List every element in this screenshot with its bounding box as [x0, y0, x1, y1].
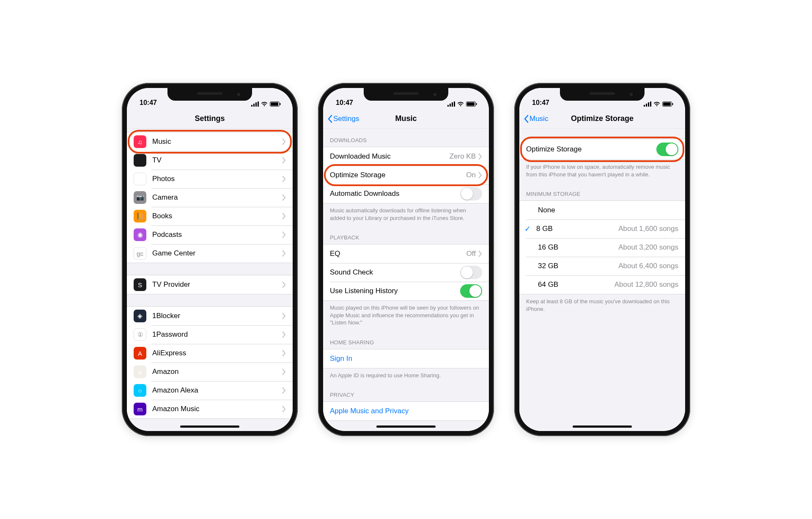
notch: [364, 88, 448, 101]
back-label: Music: [529, 115, 548, 123]
svg-rect-2: [255, 102, 257, 107]
svg-rect-19: [663, 102, 671, 106]
home-indicator[interactable]: [376, 426, 436, 428]
camera-icon: 📷: [134, 191, 146, 204]
settings-row-amazon-music[interactable]: mAmazon Music: [127, 400, 293, 418]
settings-row-label: Amazon: [152, 368, 282, 376]
svg-rect-20: [672, 103, 673, 105]
status-time: 10:47: [140, 99, 157, 107]
aliexpress-icon: A: [134, 347, 146, 360]
svg-rect-14: [644, 105, 645, 107]
toggle-history[interactable]: [460, 284, 482, 298]
svg-rect-9: [452, 102, 453, 107]
back-button[interactable]: Music: [524, 115, 548, 123]
section-header: MINIMUM STORAGE: [519, 182, 685, 200]
signal-icon: [644, 102, 651, 107]
toggle-soundcheck[interactable]: [460, 266, 482, 279]
phone-optimize-storage: 10:47 Music Optimize Storage Optimize St…: [514, 83, 690, 436]
settings-row-label: TV Provider: [152, 280, 282, 289]
svg-rect-3: [258, 102, 259, 107]
option-detail: About 3,200 songs: [618, 243, 678, 252]
row-auto[interactable]: Automatic Downloads: [323, 184, 489, 203]
chevron-right-icon: [282, 231, 286, 238]
settings-row-gamecenter[interactable]: gcGame Center: [127, 244, 293, 263]
section-footer: Music played on this iPhone will be seen…: [323, 301, 489, 331]
amazon-icon: a: [134, 365, 146, 378]
chevron-right-icon: [282, 313, 286, 319]
row-optimize-toggle[interactable]: Optimize Storage: [519, 139, 685, 159]
svg-rect-0: [251, 105, 252, 107]
svg-rect-1: [253, 104, 255, 107]
settings-row-podcasts[interactable]: ◉Podcasts: [127, 225, 293, 244]
row-signin[interactable]: Sign In: [323, 349, 489, 368]
storage-option-3[interactable]: 32 GBAbout 6,400 songs: [519, 257, 685, 275]
settings-row-amazon-alexa[interactable]: ○Amazon Alexa: [127, 381, 293, 400]
chevron-left-icon: [524, 115, 529, 123]
phone-settings: 10:47 Settings ♫MusicTVPhotos📷Camera📙Boo…: [122, 83, 298, 436]
wifi-icon: [261, 102, 268, 107]
svg-rect-8: [450, 104, 451, 107]
chevron-right-icon: [282, 213, 286, 220]
checkmark-icon: ✓: [524, 224, 533, 233]
settings-row-amazon[interactable]: aAmazon: [127, 362, 293, 381]
chevron-right-icon: [478, 250, 482, 257]
home-indicator[interactable]: [573, 426, 632, 428]
settings-row-label: Game Center: [152, 249, 282, 258]
status-time: 10:47: [336, 99, 353, 107]
back-button[interactable]: Settings: [327, 115, 359, 123]
settings-row-1password[interactable]: ①1Password: [127, 325, 293, 344]
settings-row-label: 1Blocker: [152, 312, 282, 320]
wifi-icon: [457, 102, 464, 107]
status-indicators: [447, 102, 477, 107]
settings-row-tv[interactable]: TV: [127, 151, 293, 170]
settings-row-camera[interactable]: 📷Camera: [127, 188, 293, 207]
row-label: EQ: [330, 250, 466, 258]
row-history[interactable]: Use Listening History: [323, 282, 489, 300]
battery-icon: [466, 102, 477, 107]
toggle-auto[interactable]: [460, 187, 482, 200]
storage-option-2[interactable]: 16 GBAbout 3,200 songs: [519, 238, 685, 257]
storage-option-1[interactable]: ✓8 GBAbout 1,600 songs: [519, 220, 685, 238]
settings-row-tvprovider[interactable]: STV Provider: [127, 275, 293, 294]
toggle-optimize-storage[interactable]: [656, 143, 678, 156]
status-indicators: [644, 102, 673, 107]
chevron-right-icon: [282, 194, 286, 201]
row-soundcheck[interactable]: Sound Check: [323, 263, 489, 282]
chevron-right-icon: [282, 387, 286, 394]
row-downloaded[interactable]: Downloaded MusicZero KB: [323, 147, 489, 166]
battery-icon: [662, 102, 673, 107]
row-privacy[interactable]: Apple Music and Privacy: [323, 402, 489, 420]
home-indicator[interactable]: [180, 426, 239, 428]
row-eq[interactable]: EQOff: [323, 244, 489, 263]
amazon-alexa-icon: ○: [134, 384, 146, 397]
music-icon: ♫: [134, 135, 146, 148]
optimize-storage-list[interactable]: Optimize StorageIf your iPhone is low on…: [519, 129, 685, 431]
row-link-label: Apple Music and Privacy: [330, 407, 482, 415]
toggle-footer: If your iPhone is low on space, automati…: [519, 160, 685, 182]
svg-rect-13: [476, 103, 477, 105]
option-detail: About 6,400 songs: [618, 262, 678, 270]
battery-icon: [270, 102, 281, 107]
settings-row-1blocker[interactable]: ◈1Blocker: [127, 307, 293, 325]
settings-row-label: AliExpress: [152, 349, 282, 357]
settings-row-music[interactable]: ♫Music: [127, 132, 293, 151]
storage-option-0[interactable]: None: [519, 201, 685, 220]
row-optimize[interactable]: Optimize StorageOn: [323, 166, 489, 184]
settings-row-label: 1Password: [152, 330, 282, 339]
wifi-icon: [653, 102, 660, 107]
svg-rect-6: [280, 103, 281, 105]
photos-icon: [134, 173, 146, 185]
books-icon: 📙: [134, 210, 146, 222]
1password-icon: ①: [134, 328, 146, 341]
settings-row-photos[interactable]: Photos: [127, 170, 293, 188]
option-label: 32 GB: [538, 262, 618, 270]
back-label: Settings: [333, 115, 359, 123]
storage-option-4[interactable]: 64 GBAbout 12,800 songs: [519, 275, 685, 294]
settings-list[interactable]: ♫MusicTVPhotos📷Camera📙Books◉PodcastsgcGa…: [127, 129, 293, 431]
svg-rect-15: [646, 104, 647, 107]
settings-row-aliexpress[interactable]: AAliExpress: [127, 344, 293, 362]
notch: [167, 88, 252, 101]
settings-row-books[interactable]: 📙Books: [127, 207, 293, 225]
option-label: None: [538, 206, 678, 214]
music-settings-list[interactable]: DOWNLOADSDownloaded MusicZero KBOptimize…: [323, 129, 489, 431]
